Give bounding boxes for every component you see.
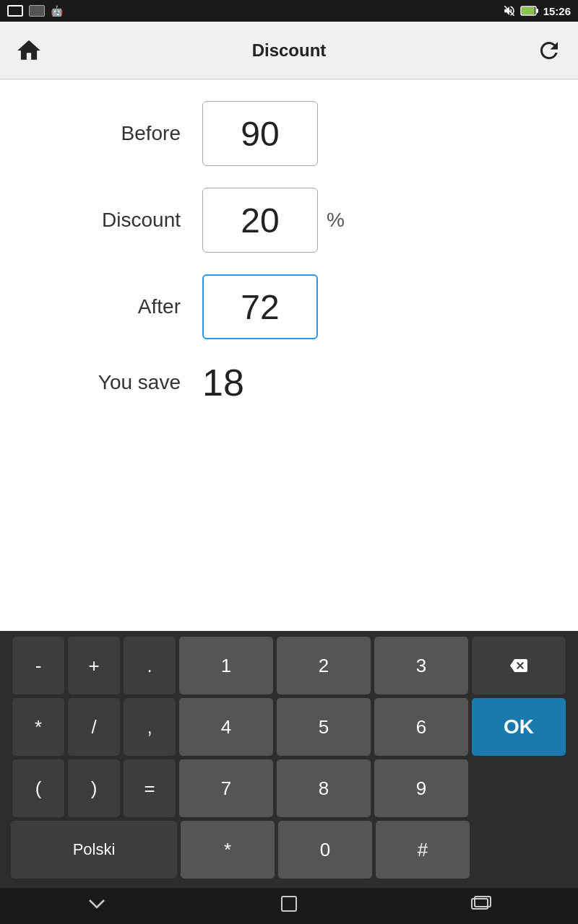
refresh-button[interactable] xyxy=(527,29,571,72)
key-divide[interactable]: / xyxy=(68,698,120,756)
key-ok[interactable]: OK xyxy=(472,698,566,756)
key-comma[interactable]: , xyxy=(124,698,176,756)
keyboard-row-1: - + . 1 2 3 xyxy=(4,637,574,694)
back-icon xyxy=(86,897,108,911)
key-9[interactable]: 9 xyxy=(374,759,468,817)
key-3[interactable]: 3 xyxy=(374,637,468,694)
key-8[interactable]: 8 xyxy=(277,759,371,817)
key-6[interactable]: 6 xyxy=(374,698,468,756)
nav-home-button[interactable] xyxy=(279,894,299,918)
key-7[interactable]: 7 xyxy=(179,759,273,817)
keyboard-icon xyxy=(29,5,45,17)
status-bar: 🤖 15:26 xyxy=(0,0,578,22)
keyboard-row-4: Polski * 0 # xyxy=(4,821,574,879)
backspace-icon xyxy=(507,657,530,674)
app-bar: Discount xyxy=(0,22,578,79)
key-star[interactable]: * xyxy=(181,821,275,879)
nav-recents-button[interactable] xyxy=(470,896,492,916)
screen-icon xyxy=(7,5,23,17)
main-content: Before Discount % After You save 18 xyxy=(0,79,578,650)
page-title: Discount xyxy=(51,40,527,61)
key-5[interactable]: 5 xyxy=(277,698,371,756)
home-icon xyxy=(15,37,43,64)
key-multiply[interactable]: * xyxy=(12,698,64,756)
key-backspace[interactable] xyxy=(472,637,566,694)
after-input[interactable] xyxy=(202,274,318,339)
before-row: Before xyxy=(43,101,535,166)
key-2[interactable]: 2 xyxy=(277,637,371,694)
nav-back-button[interactable] xyxy=(86,897,108,915)
after-label: After xyxy=(43,295,202,318)
you-save-label: You save xyxy=(43,371,202,394)
keyboard-row-3: ( ) = 7 8 9 xyxy=(4,759,574,817)
discount-row: Discount % xyxy=(43,188,535,253)
key-minus[interactable]: - xyxy=(12,637,64,694)
keyboard-area: - + . 1 2 3 * / , 4 5 6 OK ( ) = 7 8 9 P… xyxy=(0,631,578,888)
status-bar-left: 🤖 xyxy=(7,5,63,17)
refresh-icon xyxy=(536,38,562,64)
svg-rect-4 xyxy=(282,897,296,911)
key-empty xyxy=(472,759,566,817)
svg-rect-3 xyxy=(522,7,535,14)
key-polski[interactable]: Polski xyxy=(11,821,177,879)
android-icon: 🤖 xyxy=(51,5,63,17)
key-hash[interactable]: # xyxy=(376,821,470,879)
key-1[interactable]: 1 xyxy=(179,637,273,694)
discount-input[interactable] xyxy=(202,188,318,253)
you-save-row: You save 18 xyxy=(43,361,535,404)
you-save-value: 18 xyxy=(202,361,244,404)
after-row: After xyxy=(43,274,535,339)
mute-icon xyxy=(503,4,516,17)
key-dot[interactable]: . xyxy=(124,637,176,694)
key-plus[interactable]: + xyxy=(68,637,120,694)
key-empty-2 xyxy=(473,821,567,879)
key-open-paren[interactable]: ( xyxy=(12,759,64,817)
bottom-nav xyxy=(0,888,578,924)
keyboard-row-2: * / , 4 5 6 OK xyxy=(4,698,574,756)
recents-icon xyxy=(470,896,492,912)
status-bar-right: 15:26 xyxy=(503,4,571,17)
discount-label: Discount xyxy=(43,209,202,232)
battery-icon xyxy=(520,5,539,17)
before-label: Before xyxy=(43,122,202,145)
percent-symbol: % xyxy=(327,209,345,232)
before-input[interactable] xyxy=(202,101,318,166)
key-close-paren[interactable]: ) xyxy=(68,759,120,817)
svg-rect-2 xyxy=(536,9,538,13)
nav-home-icon xyxy=(279,894,299,914)
key-0[interactable]: 0 xyxy=(278,821,372,879)
key-equals[interactable]: = xyxy=(124,759,176,817)
home-button[interactable] xyxy=(7,29,51,72)
key-4[interactable]: 4 xyxy=(179,698,273,756)
status-time: 15:26 xyxy=(543,5,571,17)
